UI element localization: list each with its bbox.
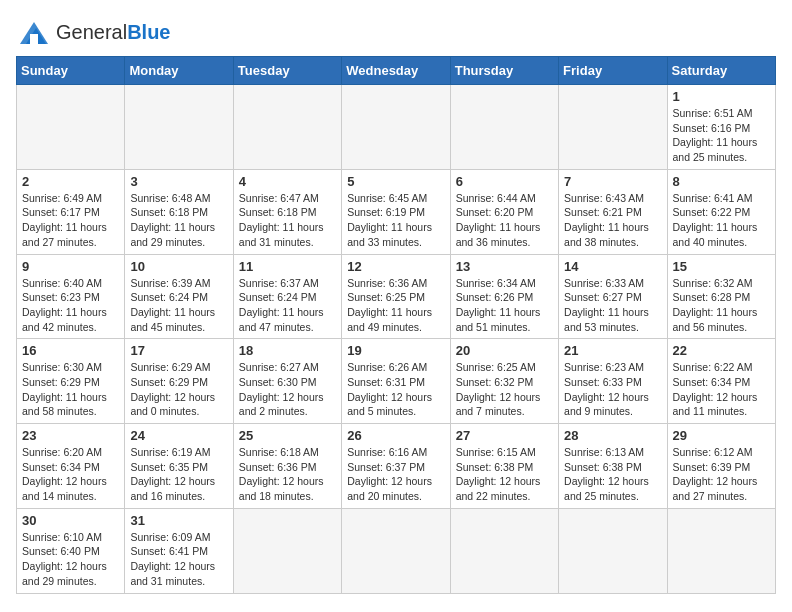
calendar-cell: 3Sunrise: 6:48 AM Sunset: 6:18 PM Daylig… xyxy=(125,169,233,254)
calendar: SundayMondayTuesdayWednesdayThursdayFrid… xyxy=(16,56,776,594)
day-number: 21 xyxy=(564,343,661,358)
calendar-cell: 19Sunrise: 6:26 AM Sunset: 6:31 PM Dayli… xyxy=(342,339,450,424)
day-number: 10 xyxy=(130,259,227,274)
calendar-cell: 13Sunrise: 6:34 AM Sunset: 6:26 PM Dayli… xyxy=(450,254,558,339)
day-info: Sunrise: 6:39 AM Sunset: 6:24 PM Dayligh… xyxy=(130,276,227,335)
day-info: Sunrise: 6:27 AM Sunset: 6:30 PM Dayligh… xyxy=(239,360,336,419)
day-info: Sunrise: 6:26 AM Sunset: 6:31 PM Dayligh… xyxy=(347,360,444,419)
calendar-cell: 28Sunrise: 6:13 AM Sunset: 6:38 PM Dayli… xyxy=(559,424,667,509)
calendar-cell xyxy=(233,85,341,170)
calendar-cell xyxy=(450,85,558,170)
day-number: 25 xyxy=(239,428,336,443)
calendar-cell xyxy=(125,85,233,170)
day-info: Sunrise: 6:36 AM Sunset: 6:25 PM Dayligh… xyxy=(347,276,444,335)
calendar-cell xyxy=(667,508,775,593)
day-info: Sunrise: 6:41 AM Sunset: 6:22 PM Dayligh… xyxy=(673,191,770,250)
calendar-cell: 2Sunrise: 6:49 AM Sunset: 6:17 PM Daylig… xyxy=(17,169,125,254)
calendar-cell xyxy=(342,508,450,593)
day-number: 30 xyxy=(22,513,119,528)
calendar-cell: 18Sunrise: 6:27 AM Sunset: 6:30 PM Dayli… xyxy=(233,339,341,424)
day-info: Sunrise: 6:34 AM Sunset: 6:26 PM Dayligh… xyxy=(456,276,553,335)
calendar-row-5: 23Sunrise: 6:20 AM Sunset: 6:34 PM Dayli… xyxy=(17,424,776,509)
day-number: 5 xyxy=(347,174,444,189)
weekday-header-sunday: Sunday xyxy=(17,57,125,85)
calendar-cell: 22Sunrise: 6:22 AM Sunset: 6:34 PM Dayli… xyxy=(667,339,775,424)
day-info: Sunrise: 6:49 AM Sunset: 6:17 PM Dayligh… xyxy=(22,191,119,250)
day-info: Sunrise: 6:33 AM Sunset: 6:27 PM Dayligh… xyxy=(564,276,661,335)
calendar-cell: 14Sunrise: 6:33 AM Sunset: 6:27 PM Dayli… xyxy=(559,254,667,339)
calendar-cell: 7Sunrise: 6:43 AM Sunset: 6:21 PM Daylig… xyxy=(559,169,667,254)
day-info: Sunrise: 6:29 AM Sunset: 6:29 PM Dayligh… xyxy=(130,360,227,419)
day-number: 17 xyxy=(130,343,227,358)
day-info: Sunrise: 6:25 AM Sunset: 6:32 PM Dayligh… xyxy=(456,360,553,419)
day-info: Sunrise: 6:45 AM Sunset: 6:19 PM Dayligh… xyxy=(347,191,444,250)
day-info: Sunrise: 6:18 AM Sunset: 6:36 PM Dayligh… xyxy=(239,445,336,504)
day-number: 22 xyxy=(673,343,770,358)
calendar-cell: 23Sunrise: 6:20 AM Sunset: 6:34 PM Dayli… xyxy=(17,424,125,509)
calendar-cell: 8Sunrise: 6:41 AM Sunset: 6:22 PM Daylig… xyxy=(667,169,775,254)
weekday-header-row: SundayMondayTuesdayWednesdayThursdayFrid… xyxy=(17,57,776,85)
day-info: Sunrise: 6:13 AM Sunset: 6:38 PM Dayligh… xyxy=(564,445,661,504)
day-number: 14 xyxy=(564,259,661,274)
calendar-cell: 26Sunrise: 6:16 AM Sunset: 6:37 PM Dayli… xyxy=(342,424,450,509)
calendar-cell xyxy=(559,508,667,593)
calendar-cell: 16Sunrise: 6:30 AM Sunset: 6:29 PM Dayli… xyxy=(17,339,125,424)
day-number: 29 xyxy=(673,428,770,443)
weekday-header-wednesday: Wednesday xyxy=(342,57,450,85)
weekday-header-tuesday: Tuesday xyxy=(233,57,341,85)
day-info: Sunrise: 6:51 AM Sunset: 6:16 PM Dayligh… xyxy=(673,106,770,165)
day-number: 2 xyxy=(22,174,119,189)
day-info: Sunrise: 6:40 AM Sunset: 6:23 PM Dayligh… xyxy=(22,276,119,335)
calendar-cell: 31Sunrise: 6:09 AM Sunset: 6:41 PM Dayli… xyxy=(125,508,233,593)
weekday-header-monday: Monday xyxy=(125,57,233,85)
calendar-cell: 21Sunrise: 6:23 AM Sunset: 6:33 PM Dayli… xyxy=(559,339,667,424)
calendar-row-4: 16Sunrise: 6:30 AM Sunset: 6:29 PM Dayli… xyxy=(17,339,776,424)
logo-text: GeneralBlue xyxy=(56,21,171,44)
day-number: 7 xyxy=(564,174,661,189)
weekday-header-friday: Friday xyxy=(559,57,667,85)
day-info: Sunrise: 6:15 AM Sunset: 6:38 PM Dayligh… xyxy=(456,445,553,504)
calendar-cell: 30Sunrise: 6:10 AM Sunset: 6:40 PM Dayli… xyxy=(17,508,125,593)
calendar-cell: 15Sunrise: 6:32 AM Sunset: 6:28 PM Dayli… xyxy=(667,254,775,339)
calendar-cell: 6Sunrise: 6:44 AM Sunset: 6:20 PM Daylig… xyxy=(450,169,558,254)
calendar-cell: 1Sunrise: 6:51 AM Sunset: 6:16 PM Daylig… xyxy=(667,85,775,170)
calendar-row-3: 9Sunrise: 6:40 AM Sunset: 6:23 PM Daylig… xyxy=(17,254,776,339)
logo: GeneralBlue xyxy=(16,16,171,48)
calendar-cell: 10Sunrise: 6:39 AM Sunset: 6:24 PM Dayli… xyxy=(125,254,233,339)
calendar-cell xyxy=(450,508,558,593)
day-number: 26 xyxy=(347,428,444,443)
day-number: 16 xyxy=(22,343,119,358)
day-number: 20 xyxy=(456,343,553,358)
calendar-cell: 17Sunrise: 6:29 AM Sunset: 6:29 PM Dayli… xyxy=(125,339,233,424)
calendar-cell xyxy=(17,85,125,170)
day-info: Sunrise: 6:43 AM Sunset: 6:21 PM Dayligh… xyxy=(564,191,661,250)
calendar-cell: 20Sunrise: 6:25 AM Sunset: 6:32 PM Dayli… xyxy=(450,339,558,424)
day-number: 31 xyxy=(130,513,227,528)
calendar-cell: 5Sunrise: 6:45 AM Sunset: 6:19 PM Daylig… xyxy=(342,169,450,254)
logo-icon xyxy=(16,16,52,48)
day-number: 3 xyxy=(130,174,227,189)
day-info: Sunrise: 6:37 AM Sunset: 6:24 PM Dayligh… xyxy=(239,276,336,335)
weekday-header-thursday: Thursday xyxy=(450,57,558,85)
day-info: Sunrise: 6:22 AM Sunset: 6:34 PM Dayligh… xyxy=(673,360,770,419)
day-number: 9 xyxy=(22,259,119,274)
day-number: 6 xyxy=(456,174,553,189)
day-number: 28 xyxy=(564,428,661,443)
calendar-row-2: 2Sunrise: 6:49 AM Sunset: 6:17 PM Daylig… xyxy=(17,169,776,254)
calendar-cell: 12Sunrise: 6:36 AM Sunset: 6:25 PM Dayli… xyxy=(342,254,450,339)
day-info: Sunrise: 6:12 AM Sunset: 6:39 PM Dayligh… xyxy=(673,445,770,504)
day-number: 23 xyxy=(22,428,119,443)
day-info: Sunrise: 6:20 AM Sunset: 6:34 PM Dayligh… xyxy=(22,445,119,504)
page-header: GeneralBlue xyxy=(16,16,776,48)
day-info: Sunrise: 6:23 AM Sunset: 6:33 PM Dayligh… xyxy=(564,360,661,419)
day-info: Sunrise: 6:44 AM Sunset: 6:20 PM Dayligh… xyxy=(456,191,553,250)
day-info: Sunrise: 6:10 AM Sunset: 6:40 PM Dayligh… xyxy=(22,530,119,589)
calendar-cell: 11Sunrise: 6:37 AM Sunset: 6:24 PM Dayli… xyxy=(233,254,341,339)
calendar-row-1: 1Sunrise: 6:51 AM Sunset: 6:16 PM Daylig… xyxy=(17,85,776,170)
day-number: 4 xyxy=(239,174,336,189)
calendar-row-6: 30Sunrise: 6:10 AM Sunset: 6:40 PM Dayli… xyxy=(17,508,776,593)
day-number: 24 xyxy=(130,428,227,443)
day-info: Sunrise: 6:32 AM Sunset: 6:28 PM Dayligh… xyxy=(673,276,770,335)
day-info: Sunrise: 6:19 AM Sunset: 6:35 PM Dayligh… xyxy=(130,445,227,504)
day-number: 12 xyxy=(347,259,444,274)
